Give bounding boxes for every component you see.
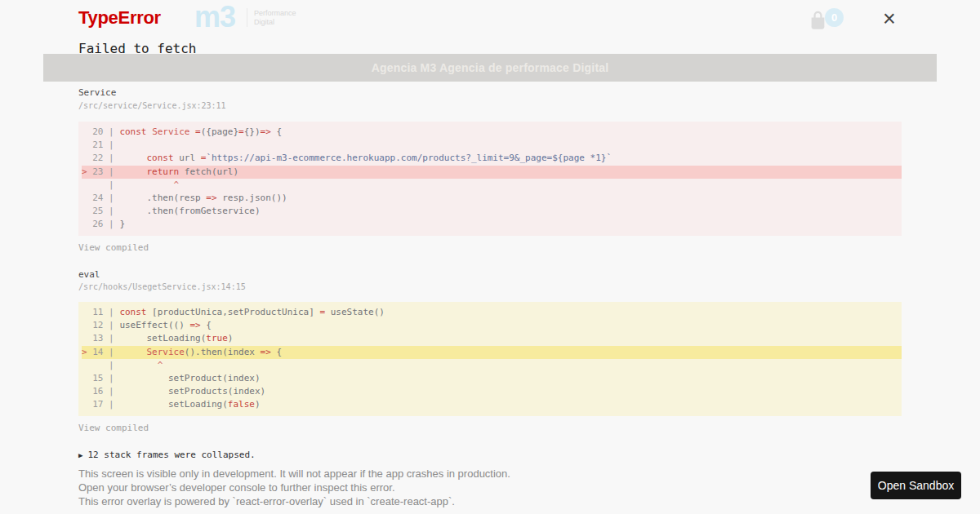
footer-notes: This screen is visible only in developme… [78,467,510,508]
code-line: 17 | setLoading(false) [82,398,902,411]
close-icon: × [883,7,896,31]
frame-source-path: /src/hooks/UsegetService.jsx:14:15 [78,282,246,291]
frame-function-name: Service [78,87,116,98]
code-line: 21 | [82,139,902,152]
code-line: | ^ [82,179,902,192]
code-line: 26 | } [82,218,902,231]
collapse-arrow-icon: ▶ [78,451,82,459]
app-banner: Agencia M3 Agencia de performace Digital [43,54,937,82]
cart-widget: 0 [807,9,846,32]
footer-note: Open your browser’s developer console to… [78,481,510,495]
app-logo: m3 Performance Digital [194,3,296,31]
view-compiled-link[interactable]: View compiled [78,242,149,253]
open-sandbox-button[interactable]: Open Sandbox [871,472,961,499]
logo-tagline: Performance Digital [254,3,296,27]
footer-note: This screen is visible only in developme… [78,467,510,481]
code-line: 16 | setProducts(index) [82,385,902,398]
collapsed-frames-label: 12 stack frames were collapsed. [87,450,255,460]
code-line: 20 | const Service =({page}={})=> { [82,126,902,139]
code-line: 22 | const url =`https://api-m3-ecommerc… [82,152,902,165]
logo-divider [247,8,247,27]
error-overlay-screen: m3 Performance Digital 0 Agencia M3 Agen… [0,0,980,514]
error-title: TypeError [78,7,161,29]
code-frame-warning: 11 | const [productUnica,setProductUnica… [78,302,902,416]
frame-function-name: eval [78,269,100,280]
code-line: 15 | setProduct(index) [82,372,902,385]
view-compiled-link[interactable]: View compiled [78,423,149,433]
code-line: 12 | useEffect(() => { [82,319,902,332]
footer-note: This error overlay is powered by `react-… [78,495,510,509]
code-line: 24 | .then(resp => resp.json()) [82,192,902,205]
error-message: Failed to fetch [78,41,197,56]
frame-source-path: /src/service/Service.jsx:23:11 [78,101,226,110]
code-line: 13 | setLoading(true) [82,332,902,345]
close-button[interactable]: × [879,7,900,31]
cart-count-badge: 0 [825,8,844,27]
code-line: 25 | .then(fromGetservice) [82,205,902,218]
m3-logo: m3 [194,3,235,31]
code-line: | ^ [82,359,902,372]
collapsed-frames-toggle[interactable]: ▶12 stack frames were collapsed. [78,450,256,460]
code-line: > 23 | return fetch(url) [82,166,902,179]
code-line: 11 | const [productUnica,setProductUnica… [82,306,902,319]
code-line: > 14 | Service().then(index => { [82,346,902,359]
code-frame-error: 20 | const Service =({page}={})=> { 21 |… [78,122,902,236]
